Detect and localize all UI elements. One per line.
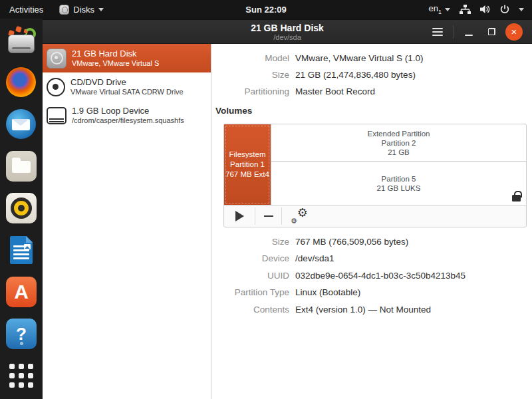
device-title: 1.9 GB Loop Device xyxy=(72,106,184,116)
ubuntu-installer-icon xyxy=(6,25,37,56)
libreoffice-writer-icon xyxy=(6,235,37,265)
lock-icon xyxy=(512,195,521,201)
titlebar-separator xyxy=(453,25,454,39)
delete-partition-button[interactable] xyxy=(255,205,281,227)
detail-row-size: Size 21 GB (21,474,836,480 bytes) xyxy=(211,66,532,83)
detail-label: Device xyxy=(211,250,289,267)
dock-item-app-grid[interactable] xyxy=(6,360,37,391)
activities-button[interactable]: Activities xyxy=(0,0,53,19)
disks-app-icon xyxy=(59,5,69,15)
volume-partition-5[interactable]: Partition 5 21 GB LUKS xyxy=(271,162,526,205)
detail-value: 767 MB (766,509,056 bytes) xyxy=(295,233,408,250)
chevron-down-icon xyxy=(519,8,524,11)
volume-line: 767 MB Ext4 xyxy=(225,170,269,180)
system-tray: en1 xyxy=(429,0,532,19)
optical-drive-icon xyxy=(47,78,65,96)
restore-icon xyxy=(488,28,495,35)
keyboard-layout-label: en xyxy=(429,3,438,13)
detail-value: Master Boot Record xyxy=(295,83,375,100)
chevron-down-icon xyxy=(98,8,104,11)
detail-value: /dev/sda1 xyxy=(295,250,334,267)
thunderbird-icon xyxy=(6,109,36,139)
dock-item-ubuntu-software[interactable]: A xyxy=(6,277,37,307)
detail-value: 032dbe9e-0654-4dc1-b03c-3c50b4213b45 xyxy=(295,267,466,284)
remove-partition-icon xyxy=(264,215,273,217)
volume-line: Filesystem xyxy=(229,150,266,160)
files-icon xyxy=(6,151,37,182)
menu-button[interactable] xyxy=(426,23,449,41)
partition-details: Size 767 MB (766,509,056 bytes) Device /… xyxy=(211,233,532,318)
firefox-icon xyxy=(6,67,36,97)
dock: A ? xyxy=(0,19,43,399)
detail-row-size: Size 767 MB (766,509,056 bytes) xyxy=(211,233,532,250)
mount-play-button[interactable] xyxy=(224,205,255,227)
detail-row-partition-type: Partition Type Linux (Bootable) xyxy=(211,284,532,301)
detail-label: UUID xyxy=(211,267,289,284)
detail-label: Contents xyxy=(211,301,289,318)
close-button[interactable]: × xyxy=(503,23,525,41)
app-menu-disks[interactable]: Disks xyxy=(53,0,110,19)
device-subtitle: VMware, VMware Virtual S xyxy=(72,59,159,68)
sidebar-item-cd-dvd-drive[interactable]: CD/DVD Drive VMware Virtual SATA CDRW Dr… xyxy=(43,72,211,101)
help-icon: ? xyxy=(6,319,37,349)
detail-value: Ext4 (version 1.0) — Not Mounted xyxy=(295,301,431,318)
partition-options-button[interactable]: ⚙⚙ xyxy=(282,205,317,227)
app-grid-icon xyxy=(8,362,35,389)
network-wired-icon xyxy=(460,4,471,15)
titlebar[interactable]: 21 GB Hard Disk /dev/sda × xyxy=(43,20,532,44)
volume-right-column: Extended Partition Partition 2 21 GB Par… xyxy=(271,124,526,205)
volume-line: 21 GB xyxy=(388,148,410,157)
gears-icon: ⚙⚙ xyxy=(292,209,307,223)
dock-item-ubuntu-installer[interactable] xyxy=(6,25,37,56)
ubuntu-software-icon: A xyxy=(6,277,37,307)
detail-value: VMware, VMware Virtual S (1.0) xyxy=(295,50,424,66)
detail-label: Partition Type xyxy=(211,284,289,301)
dock-item-files[interactable] xyxy=(6,151,37,182)
dock-item-libreoffice-writer[interactable] xyxy=(6,235,37,265)
app-menu-label: Disks xyxy=(73,5,94,15)
status-icons[interactable] xyxy=(460,4,524,15)
detail-row-device: Device /dev/sda1 xyxy=(211,250,532,267)
detail-row-uuid: UUID 032dbe9e-0654-4dc1-b03c-3c50b4213b4… xyxy=(211,267,532,284)
detail-label: Partitioning xyxy=(211,83,289,100)
sidebar-item-loop-device[interactable]: 1.9 GB Loop Device /cdrom/casper/filesys… xyxy=(43,101,211,130)
play-icon xyxy=(235,211,244,221)
dock-item-firefox[interactable] xyxy=(6,67,37,98)
dock-item-thunderbird[interactable] xyxy=(6,109,37,140)
detail-row-partitioning: Partitioning Master Boot Record xyxy=(211,83,532,100)
device-subtitle: /cdrom/casper/filesystem.squashfs xyxy=(72,116,184,125)
volume-icon xyxy=(479,4,491,15)
volume-partition-1[interactable]: Filesystem Partition 1 767 MB Ext4 xyxy=(224,124,271,205)
detail-label: Size xyxy=(211,233,289,250)
detail-label: Model xyxy=(211,50,289,66)
sidebar-item-hard-disk[interactable]: 21 GB Hard Disk VMware, VMware Virtual S xyxy=(43,44,211,72)
detail-value: Linux (Bootable) xyxy=(295,284,360,301)
detail-row-model: Model VMware, VMware Virtual S (1.0) xyxy=(211,50,532,66)
volume-line: Partition 1 xyxy=(230,160,265,170)
window-controls: × xyxy=(426,23,532,41)
device-sidebar: 21 GB Hard Disk VMware, VMware Virtual S… xyxy=(43,44,211,399)
minimize-icon xyxy=(465,35,473,36)
volumes-grid: Filesystem Partition 1 767 MB Ext4 Exten… xyxy=(224,124,526,205)
minimize-button[interactable] xyxy=(458,23,480,41)
power-icon xyxy=(499,4,510,15)
loop-device-icon xyxy=(47,107,66,124)
chevron-down-icon xyxy=(445,8,450,11)
detail-value: 21 GB (21,474,836,480 bytes) xyxy=(295,66,416,83)
hard-disk-icon xyxy=(47,49,66,68)
dock-item-rhythmbox[interactable] xyxy=(6,193,37,223)
device-subtitle: VMware Virtual SATA CDRW Drive xyxy=(70,88,184,96)
keyboard-layout-sub: 1 xyxy=(438,9,442,15)
top-bar: Activities Disks Sun 22:09 en1 xyxy=(0,0,532,19)
volumes-heading: Volumes xyxy=(215,105,532,116)
detail-row-contents: Contents Ext4 (version 1.0) — Not Mounte… xyxy=(211,301,532,318)
restore-button[interactable] xyxy=(480,23,503,41)
volume-line: Extended Partition xyxy=(368,129,430,138)
keyboard-layout-indicator[interactable]: en1 xyxy=(429,3,450,15)
dock-item-help[interactable]: ? xyxy=(6,319,37,349)
volumes-box: Filesystem Partition 1 767 MB Ext4 Exten… xyxy=(223,124,527,227)
device-title: CD/DVD Drive xyxy=(70,77,184,88)
volume-toolbar: ⚙⚙ xyxy=(224,205,526,227)
volume-extended-partition[interactable]: Extended Partition Partition 2 21 GB xyxy=(271,124,526,162)
main-pane: Model VMware, VMware Virtual S (1.0) Siz… xyxy=(211,44,532,399)
